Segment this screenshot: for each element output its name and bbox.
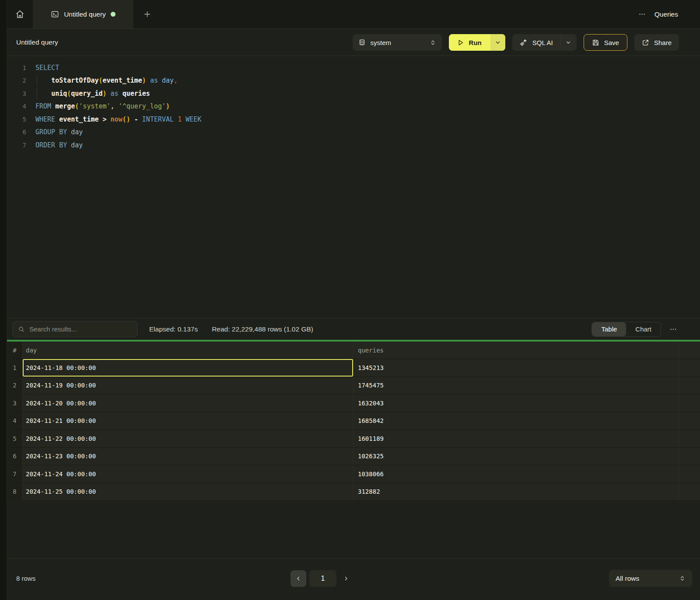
cell-queries[interactable]: 1601189: [354, 430, 679, 447]
cell-day[interactable]: 2024-11-20 00:00:00: [23, 394, 354, 412]
table-row: 32024-11-20 00:00:001632043: [7, 394, 700, 412]
run-options-button[interactable]: [490, 34, 505, 51]
sql-ai-button-group: SQL AI: [512, 34, 577, 51]
read-stat: Read: 22,229,488 rows (1.02 GB): [212, 325, 313, 333]
page-size-value: All rows: [616, 575, 639, 583]
row-count: 8 rows: [16, 569, 35, 587]
run-button-label: Run: [469, 39, 482, 46]
row-number[interactable]: 4: [7, 412, 23, 430]
page-number-button[interactable]: 1: [309, 570, 336, 587]
query-header: Untitled query system Run: [7, 29, 700, 56]
database-select[interactable]: system: [353, 34, 442, 51]
tab-chart[interactable]: Chart: [626, 322, 661, 336]
line-number: 2: [7, 77, 26, 84]
cell-queries[interactable]: 1345213: [354, 359, 679, 377]
page-size-select[interactable]: All rows: [609, 570, 692, 587]
line-number: 7: [7, 142, 26, 149]
row-filler: [679, 483, 700, 501]
cell-day[interactable]: 2024-11-22 00:00:00: [23, 430, 354, 447]
code-line[interactable]: 1SELECT: [7, 61, 700, 74]
table-row: 42024-11-21 00:00:001685842: [7, 412, 700, 430]
sql-ai-options-button[interactable]: [560, 34, 577, 51]
code-line[interactable]: 2 toStartOfDay(event_time) as day,: [7, 74, 700, 87]
column-header-index[interactable]: #: [7, 342, 23, 359]
line-number: 1: [7, 64, 26, 71]
cell-queries[interactable]: 1685842: [354, 412, 679, 430]
plus-icon: [143, 10, 151, 18]
row-number[interactable]: 2: [7, 377, 23, 394]
cell-queries[interactable]: 1632043: [354, 394, 679, 412]
search-results-box[interactable]: [12, 321, 138, 337]
run-button-group: Run: [449, 34, 505, 51]
column-header-queries[interactable]: queries: [354, 342, 679, 359]
table-row: 72024-11-24 00:00:001038066: [7, 465, 700, 483]
search-icon: [18, 326, 25, 333]
cell-queries[interactable]: 1038066: [354, 465, 679, 483]
save-button[interactable]: Save: [584, 34, 627, 51]
cell-day[interactable]: 2024-11-25 00:00:00: [23, 483, 354, 501]
tab-label: Untitled query: [64, 10, 106, 18]
results-table: #dayqueries12024-11-18 00:00:00134521322…: [7, 342, 700, 501]
cell-day[interactable]: 2024-11-23 00:00:00: [23, 448, 354, 465]
table-row: 22024-11-19 00:00:001745475: [7, 377, 700, 395]
sql-ai-button[interactable]: SQL AI: [512, 34, 560, 51]
row-filler: [679, 430, 700, 447]
new-tab-button[interactable]: [133, 0, 161, 28]
next-page-button[interactable]: [340, 570, 353, 587]
code-text: FROM merge('system', '^query_log'): [35, 102, 170, 110]
tab-table[interactable]: Table: [592, 322, 626, 336]
table-row: 12024-11-18 00:00:001345213: [7, 359, 700, 377]
table-row: 62024-11-23 00:00:001026325: [7, 448, 700, 466]
row-number[interactable]: 8: [7, 483, 23, 501]
line-number: 5: [7, 116, 26, 123]
code-text: WHERE event_time > now() - INTERVAL 1 WE…: [35, 115, 201, 123]
tab-untitled-query[interactable]: Untitled query: [33, 0, 133, 28]
cell-day[interactable]: 2024-11-18 00:00:00: [23, 359, 354, 377]
row-number[interactable]: 3: [7, 394, 23, 412]
sql-editor[interactable]: 1SELECT2 toStartOfDay(event_time) as day…: [7, 56, 700, 318]
cell-queries[interactable]: 312882: [354, 483, 679, 501]
share-button[interactable]: Share: [634, 34, 679, 51]
cell-day[interactable]: 2024-11-19 00:00:00: [23, 377, 354, 394]
cell-day[interactable]: 2024-11-24 00:00:00: [23, 465, 354, 483]
row-number[interactable]: 7: [7, 465, 23, 483]
table-row: 82024-11-25 00:00:00312882: [7, 483, 700, 501]
code-line[interactable]: 6GROUP BY day: [7, 126, 700, 139]
row-number[interactable]: 6: [7, 448, 23, 465]
code-text: ORDER BY day: [35, 141, 83, 149]
row-number[interactable]: 1: [7, 359, 23, 377]
table-header-filler: [679, 342, 700, 359]
results-more-icon[interactable]: [669, 325, 677, 333]
more-options-icon[interactable]: [638, 10, 646, 18]
code-text: uniq(query_id) as queries: [35, 90, 150, 98]
column-header-day[interactable]: day: [23, 342, 354, 359]
queries-link[interactable]: Queries: [654, 10, 678, 18]
search-results-input[interactable]: [29, 325, 132, 333]
cell-queries[interactable]: 1026325: [354, 448, 679, 465]
code-line[interactable]: 4FROM merge('system', '^query_log'): [7, 100, 700, 113]
cell-queries[interactable]: 1745475: [354, 377, 679, 394]
line-number: 3: [7, 90, 26, 97]
line-number: 6: [7, 129, 26, 136]
row-filler: [679, 359, 700, 377]
code-text: toStartOfDay(event_time) as day,: [35, 77, 178, 84]
code-line[interactable]: 7ORDER BY day: [7, 139, 700, 152]
home-button[interactable]: [7, 0, 33, 28]
code-line[interactable]: 3 uniq(query_id) as queries: [7, 87, 700, 100]
code-text: SELECT: [35, 64, 59, 72]
save-icon: [592, 39, 599, 46]
play-icon: [457, 39, 464, 46]
cell-day[interactable]: 2024-11-21 00:00:00: [23, 412, 354, 430]
updown-chevron-icon: [430, 39, 436, 46]
results-footer: 8 rows 1 All rows: [7, 558, 700, 600]
row-number[interactable]: 5: [7, 430, 23, 447]
run-button[interactable]: Run: [449, 34, 490, 51]
code-line[interactable]: 5WHERE event_time > now() - INTERVAL 1 W…: [7, 113, 700, 126]
home-icon: [15, 10, 24, 19]
table-row: 52024-11-22 00:00:001601189: [7, 430, 700, 448]
code-text: GROUP BY day: [35, 128, 83, 136]
share-icon: [642, 39, 649, 46]
updown-chevron-icon: [679, 575, 686, 582]
prev-page-button[interactable]: [290, 570, 306, 587]
query-title[interactable]: Untitled query: [16, 38, 58, 46]
